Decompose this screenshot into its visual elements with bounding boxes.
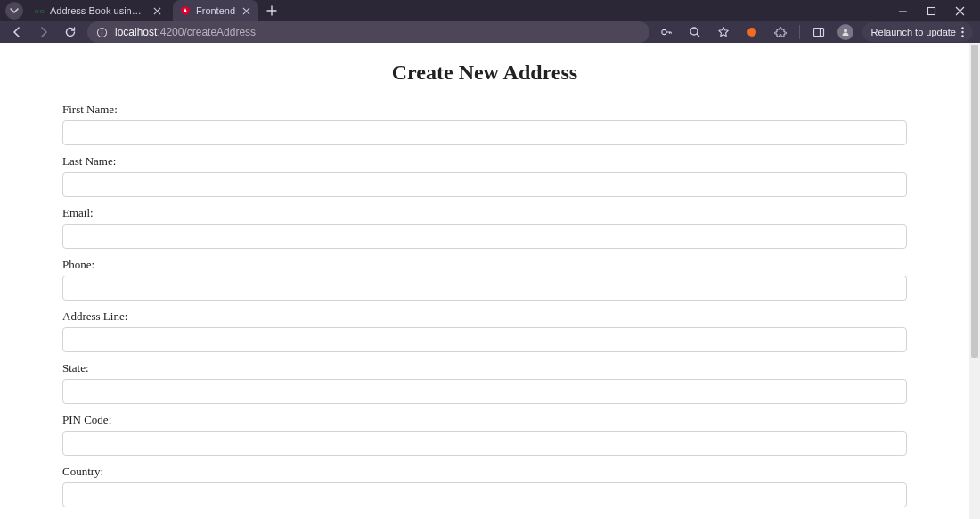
close-icon	[153, 7, 161, 15]
state-label: State:	[62, 361, 907, 375]
chevron-down-icon	[10, 6, 19, 15]
maximize-icon	[927, 6, 936, 16]
person-icon	[841, 28, 850, 37]
toolbar-right: Relaunch to update	[657, 22, 973, 42]
side-panel-button[interactable]	[809, 22, 829, 42]
svg-rect-6	[813, 29, 823, 37]
profile-avatar[interactable]	[837, 24, 853, 40]
arrow-left-icon	[11, 26, 23, 38]
star-icon	[717, 26, 730, 38]
favicon-icon: ○○	[34, 5, 45, 16]
puzzle-icon	[774, 26, 787, 38]
tab-frontend[interactable]: Frontend	[173, 0, 258, 21]
zoom-button[interactable]	[685, 22, 705, 42]
last-name-input[interactable]	[62, 172, 907, 197]
new-tab-button[interactable]	[262, 1, 282, 21]
window-close-button[interactable]	[953, 4, 966, 17]
site-info-button[interactable]	[96, 27, 108, 38]
svg-point-10	[961, 35, 963, 37]
first-name-input[interactable]	[62, 120, 907, 145]
svg-point-3	[661, 29, 666, 34]
tab-close-button[interactable]	[151, 5, 162, 16]
create-address-form: First Name: Last Name: Email: Phone: Add	[0, 103, 969, 519]
svg-point-4	[690, 28, 698, 35]
plus-icon	[266, 5, 277, 16]
tab-close-button[interactable]	[241, 5, 251, 16]
email-label: Email:	[62, 206, 907, 220]
viewport: Create New Address First Name: Last Name…	[0, 43, 980, 519]
window-controls	[896, 4, 975, 17]
field-last-name: Last Name:	[62, 154, 907, 197]
field-state: State:	[62, 361, 907, 404]
window-maximize-button[interactable]	[925, 4, 937, 17]
page-title: Create New Address	[0, 61, 969, 85]
minimize-icon	[898, 6, 908, 16]
relaunch-label: Relaunch to update	[871, 27, 956, 37]
address-line-label: Address Line:	[62, 309, 907, 324]
favicon-icon	[180, 5, 191, 16]
tab-address-book[interactable]: ○○ Address Book using MEAN - W	[27, 0, 169, 21]
svg-rect-0	[927, 7, 935, 14]
field-country: Country:	[62, 465, 907, 507]
extension-tangerine-icon[interactable]	[742, 22, 762, 42]
phone-label: Phone:	[62, 258, 907, 272]
state-input[interactable]	[62, 379, 907, 404]
country-input[interactable]	[62, 482, 907, 507]
relaunch-to-update-button[interactable]: Relaunch to update	[862, 22, 973, 42]
svg-point-8	[961, 27, 963, 29]
omnibox[interactable]: localhost:4200/createAddress	[87, 21, 649, 43]
field-address-line: Address Line:	[62, 309, 907, 352]
search-tabs-button[interactable]	[5, 2, 23, 20]
url-host: localhost	[115, 26, 157, 38]
close-icon	[955, 6, 965, 16]
url-path: /createAddress	[184, 26, 256, 38]
url-port: :4200	[157, 26, 184, 38]
nav-reload-button[interactable]	[61, 22, 80, 42]
first-name-label: First Name:	[62, 103, 907, 117]
toolbar-separator	[799, 25, 800, 39]
password-manager-icon[interactable]	[657, 22, 676, 42]
window-minimize-button[interactable]	[896, 4, 909, 17]
phone-input[interactable]	[62, 276, 907, 301]
arrow-right-icon	[37, 26, 50, 38]
zoom-icon	[689, 26, 701, 38]
address-bar: localhost:4200/createAddress	[0, 21, 980, 43]
vertical-scrollbar[interactable]	[969, 43, 980, 519]
panel-icon	[813, 26, 825, 38]
field-pin-code: PIN Code:	[62, 413, 907, 456]
country-label: Country:	[62, 465, 907, 479]
url-text: localhost:4200/createAddress	[115, 26, 256, 38]
address-line-input[interactable]	[62, 327, 907, 352]
scrollbar-thumb[interactable]	[971, 45, 978, 358]
email-input[interactable]	[62, 224, 907, 249]
tab-strip: ○○ Address Book using MEAN - W Frontend	[0, 0, 980, 21]
bookmark-button[interactable]	[714, 22, 733, 42]
info-icon	[96, 27, 108, 38]
kebab-icon	[961, 27, 964, 37]
page-content: Create New Address First Name: Last Name…	[0, 43, 969, 519]
svg-point-7	[844, 29, 847, 33]
nav-forward-button[interactable]	[34, 22, 53, 42]
reload-icon	[64, 26, 77, 38]
key-icon	[660, 26, 673, 38]
svg-point-5	[747, 28, 756, 37]
tab-title: Address Book using MEAN - W	[50, 5, 146, 16]
field-email: Email:	[62, 206, 907, 249]
pin-code-label: PIN Code:	[62, 413, 907, 427]
svg-point-2	[102, 29, 102, 30]
close-icon	[242, 7, 250, 15]
extensions-button[interactable]	[771, 22, 790, 42]
field-phone: Phone:	[62, 258, 907, 301]
tab-title: Frontend	[196, 5, 235, 16]
browser-window: ○○ Address Book using MEAN - W Frontend	[0, 0, 980, 519]
pin-code-input[interactable]	[62, 431, 907, 456]
last-name-label: Last Name:	[62, 154, 907, 169]
svg-point-9	[961, 31, 963, 33]
nav-back-button[interactable]	[7, 22, 27, 42]
field-first-name: First Name:	[62, 103, 907, 145]
orange-circle-icon	[746, 26, 758, 38]
